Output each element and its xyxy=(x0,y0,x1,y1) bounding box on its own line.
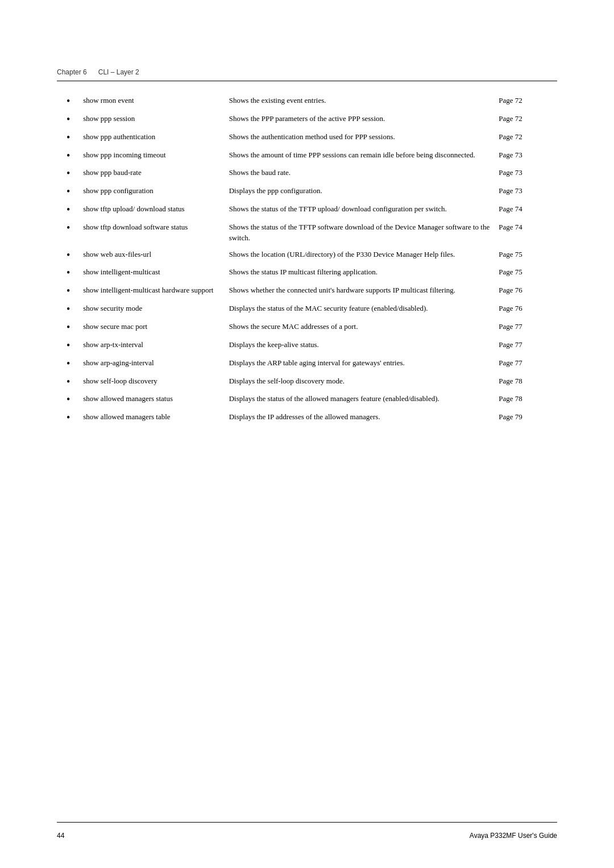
page-cell: Page 76 xyxy=(499,282,557,301)
description-cell: Displays the status of the MAC security … xyxy=(229,301,499,319)
bullet-cell: • xyxy=(57,201,83,219)
table-row: •show arp-tx-intervalDisplays the keep-a… xyxy=(57,337,557,355)
bullet-icon: • xyxy=(67,186,70,197)
page-cell: Page 74 xyxy=(499,201,557,219)
page-cell: Page 72 xyxy=(499,111,557,129)
page-cell: Page 74 xyxy=(499,219,557,247)
bullet-cell: • xyxy=(57,319,83,337)
page-cell: Page 75 xyxy=(499,264,557,282)
table-row: •show allowed managers statusDisplays th… xyxy=(57,391,557,409)
page-cell: Page 72 xyxy=(499,129,557,147)
page-cell: Page 76 xyxy=(499,301,557,319)
page-cell: Page 77 xyxy=(499,337,557,355)
command-cell: show ppp baud-rate xyxy=(83,165,229,183)
table-row: •show tftp download software statusShows… xyxy=(57,219,557,247)
page-cell: Page 77 xyxy=(499,355,557,373)
description-cell: Displays the keep-alive status. xyxy=(229,337,499,355)
description-cell: Shows the amount of time PPP sessions ca… xyxy=(229,147,499,165)
bullet-icon: • xyxy=(67,340,70,350)
bullet-icon: • xyxy=(67,250,70,260)
command-cell: show intelligent-multicast xyxy=(83,264,229,282)
page-number: 44 xyxy=(57,832,64,840)
page-cell: Page 73 xyxy=(499,165,557,183)
bullet-cell: • xyxy=(57,93,83,111)
command-cell: show arp-tx-interval xyxy=(83,337,229,355)
command-cell: show ppp incoming timeout xyxy=(83,147,229,165)
bullet-cell: • xyxy=(57,147,83,165)
bullet-icon: • xyxy=(67,168,70,178)
table-row: •show self-loop discoveryDisplays the se… xyxy=(57,373,557,391)
chapter-title: CLI – Layer 2 xyxy=(98,68,139,76)
table-row: •show ppp baud-rateShows the baud rate.P… xyxy=(57,165,557,183)
bullet-icon: • xyxy=(67,132,70,143)
command-cell: show self-loop discovery xyxy=(83,373,229,391)
command-cell: show tftp download software status xyxy=(83,219,229,247)
table-row: •show ppp authenticationShows the authen… xyxy=(57,129,557,147)
bullet-icon: • xyxy=(67,114,70,124)
bullet-icon: • xyxy=(67,377,70,387)
description-cell: Displays the status of the allowed manag… xyxy=(229,391,499,409)
table-row: •show ppp sessionShows the PPP parameter… xyxy=(57,111,557,129)
chapter-label: Chapter 6 CLI – Layer 2 xyxy=(57,68,139,76)
table-row: •show secure mac portShows the secure MA… xyxy=(57,319,557,337)
command-cell: show ppp authentication xyxy=(83,129,229,147)
command-cell: show rmon event xyxy=(83,93,229,111)
command-cell: show security mode xyxy=(83,301,229,319)
table-row: •show intelligent-multicast hardware sup… xyxy=(57,282,557,301)
footer-rule xyxy=(57,822,557,823)
command-cell: show ppp configuration xyxy=(83,183,229,201)
bullet-cell: • xyxy=(57,301,83,319)
page-footer: 44 Avaya P332MF User's Guide xyxy=(57,832,557,840)
bullet-cell: • xyxy=(57,337,83,355)
command-cell: show web aux-files-url xyxy=(83,247,229,265)
bullet-cell: • xyxy=(57,264,83,282)
page-cell: Page 78 xyxy=(499,373,557,391)
page-cell: Page 78 xyxy=(499,391,557,409)
bullet-icon: • xyxy=(67,286,70,296)
bullet-icon: • xyxy=(67,412,70,423)
bullet-cell: • xyxy=(57,247,83,265)
description-cell: Shows the status of the TFTP software do… xyxy=(229,219,499,247)
bullet-icon: • xyxy=(67,322,70,332)
command-cell: show allowed managers status xyxy=(83,391,229,409)
command-cell: show arp-aging-interval xyxy=(83,355,229,373)
description-cell: Displays the self-loop discovery mode. xyxy=(229,373,499,391)
chapter-header: Chapter 6 CLI – Layer 2 xyxy=(57,68,557,76)
bullet-cell: • xyxy=(57,282,83,301)
description-cell: Shows whether the connected unit's hardw… xyxy=(229,282,499,301)
description-cell: Shows the secure MAC addresses of a port… xyxy=(229,319,499,337)
bullet-icon: • xyxy=(67,358,70,369)
description-cell: Shows the location (URL/directory) of th… xyxy=(229,247,499,265)
book-title: Avaya P332MF User's Guide xyxy=(470,832,557,840)
description-cell: Shows the authentication method used for… xyxy=(229,129,499,147)
bullet-cell: • xyxy=(57,129,83,147)
bullet-cell: • xyxy=(57,373,83,391)
table-row: •show rmon eventShows the existing event… xyxy=(57,93,557,111)
description-cell: Shows the PPP parameters of the active P… xyxy=(229,111,499,129)
page-cell: Page 73 xyxy=(499,147,557,165)
bullet-icon: • xyxy=(67,205,70,215)
command-cell: show secure mac port xyxy=(83,319,229,337)
bullet-icon: • xyxy=(67,151,70,161)
header-rule xyxy=(57,81,557,81)
description-cell: Shows the existing event entries. xyxy=(229,93,499,111)
bullet-cell: • xyxy=(57,165,83,183)
page-cell: Page 79 xyxy=(499,409,557,427)
bullet-cell: • xyxy=(57,355,83,373)
table-row: •show security modeDisplays the status o… xyxy=(57,301,557,319)
bullet-icon: • xyxy=(67,223,70,233)
table-row: •show intelligent-multicastShows the sta… xyxy=(57,264,557,282)
description-cell: Shows the baud rate. xyxy=(229,165,499,183)
description-cell: Displays the ARP table aging interval fo… xyxy=(229,355,499,373)
table-row: •show allowed managers tableDisplays the… xyxy=(57,409,557,427)
command-cell: show intelligent-multicast hardware supp… xyxy=(83,282,229,301)
table-row: •show arp-aging-intervalDisplays the ARP… xyxy=(57,355,557,373)
bullet-icon: • xyxy=(67,268,70,278)
command-cell: show tftp upload/ download status xyxy=(83,201,229,219)
page-cell: Page 72 xyxy=(499,93,557,111)
table-row: •show ppp configurationDisplays the ppp … xyxy=(57,183,557,201)
table-row: •show web aux-files-urlShows the locatio… xyxy=(57,247,557,265)
bullet-icon: • xyxy=(67,304,70,314)
bullet-cell: • xyxy=(57,219,83,247)
bullet-cell: • xyxy=(57,183,83,201)
